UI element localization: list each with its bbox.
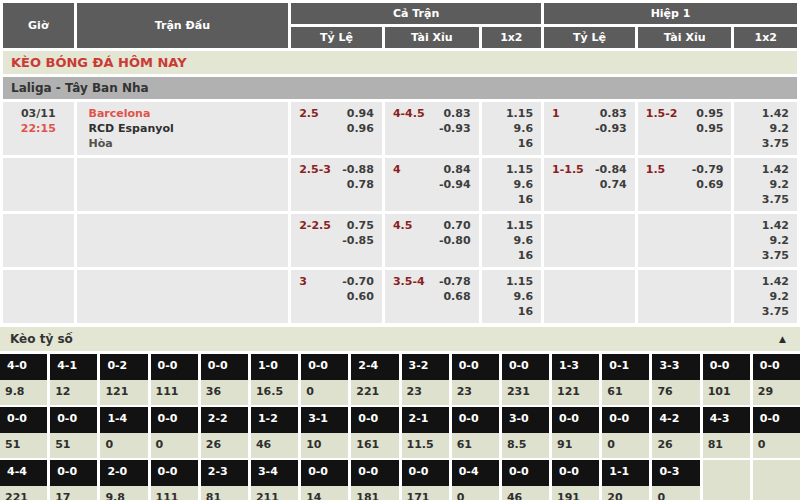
score-cell[interactable]: 0-036 bbox=[201, 354, 248, 405]
ft-overunder-cell[interactable]: 3.5-4 -0.78 0.68 bbox=[385, 270, 479, 323]
h1-1x2-draw[interactable]: 9.2 bbox=[770, 233, 790, 248]
ft-1x2-draw[interactable]: 9.6 bbox=[514, 233, 534, 248]
score-cell[interactable]: 0-0111 bbox=[151, 460, 198, 500]
ft-handicap-odds-away[interactable]: 0.78 bbox=[347, 177, 374, 192]
ft-over-odds[interactable]: 0.83 bbox=[443, 106, 470, 121]
score-cell[interactable]: 0-0111 bbox=[151, 354, 198, 405]
h1-overunder-cell[interactable]: 1.5-2 0.95 0.95 bbox=[638, 102, 732, 155]
ft-1x2-away[interactable]: 16 bbox=[518, 192, 533, 207]
ft-handicap-odds-away[interactable]: 0.96 bbox=[347, 121, 374, 136]
h1-handicap-odds-away[interactable]: -0.93 bbox=[595, 121, 627, 136]
score-cell[interactable]: 3-110 bbox=[301, 407, 348, 458]
collapse-arrow-icon[interactable]: ▲ bbox=[779, 334, 790, 344]
score-cell[interactable]: 4-381 bbox=[703, 407, 750, 458]
ft-handicap-cell[interactable]: 2-2.5 0.75 -0.85 bbox=[291, 214, 382, 267]
ft-handicap-odds-home[interactable]: -0.88 bbox=[342, 162, 374, 177]
ft-1x2-away[interactable]: 16 bbox=[518, 304, 533, 319]
score-cell[interactable]: 0-00 bbox=[602, 407, 649, 458]
score-cell[interactable]: 1-120 bbox=[602, 460, 649, 500]
score-cell[interactable]: 1-016.5 bbox=[251, 354, 298, 405]
score-cell[interactable]: 4-112 bbox=[50, 354, 97, 405]
ft-1x2-draw[interactable]: 9.6 bbox=[514, 177, 534, 192]
score-cell[interactable]: 2-381 bbox=[201, 460, 248, 500]
score-cell[interactable]: 0-0231 bbox=[502, 354, 549, 405]
h1-overunder-cell[interactable]: 1.5 -0.79 0.69 bbox=[638, 158, 732, 211]
h1-overunder-cell[interactable] bbox=[638, 214, 732, 267]
h1-1x2-home[interactable]: 1.42 bbox=[762, 106, 789, 121]
h1-1x2-away[interactable]: 3.75 bbox=[762, 192, 789, 207]
h1-1x2-cell[interactable]: 1.42 9.2 3.75 bbox=[734, 214, 797, 267]
ft-overunder-cell[interactable]: 4-4.5 0.83 -0.93 bbox=[385, 102, 479, 155]
score-cell[interactable]: 1-246 bbox=[251, 407, 298, 458]
score-cell[interactable]: 0-051 bbox=[50, 407, 97, 458]
score-cell[interactable]: 0-051 bbox=[0, 407, 47, 458]
h1-1x2-cell[interactable]: 1.42 9.2 3.75 bbox=[734, 102, 797, 155]
ft-1x2-home[interactable]: 1.15 bbox=[506, 274, 533, 289]
score-cell[interactable]: 3-376 bbox=[652, 354, 699, 405]
ft-under-odds[interactable]: -0.94 bbox=[439, 177, 471, 192]
score-cell[interactable]: 0-0171 bbox=[402, 460, 449, 500]
ft-under-odds[interactable]: -0.80 bbox=[439, 233, 471, 248]
h1-over-odds[interactable]: -0.79 bbox=[692, 162, 724, 177]
ft-1x2-draw[interactable]: 9.6 bbox=[514, 289, 534, 304]
score-cell[interactable]: 0-00 bbox=[151, 407, 198, 458]
ft-overunder-cell[interactable]: 4 0.84 -0.94 bbox=[385, 158, 479, 211]
h1-overunder-cell[interactable] bbox=[638, 270, 732, 323]
h1-1x2-draw[interactable]: 9.2 bbox=[770, 121, 790, 136]
score-cell[interactable]: 2-111.5 bbox=[402, 407, 449, 458]
score-cell[interactable]: 0-0191 bbox=[552, 460, 599, 500]
score-cell[interactable]: 0-40 bbox=[452, 460, 499, 500]
ft-1x2-home[interactable]: 1.15 bbox=[506, 162, 533, 177]
ft-overunder-cell[interactable]: 4.5 0.70 -0.80 bbox=[385, 214, 479, 267]
score-cell[interactable]: 0-0101 bbox=[703, 354, 750, 405]
score-cell[interactable]: 1-40 bbox=[100, 407, 147, 458]
ft-over-odds[interactable]: 0.84 bbox=[443, 162, 470, 177]
ft-1x2-away[interactable]: 16 bbox=[518, 248, 533, 263]
score-cell[interactable]: 2-4221 bbox=[351, 354, 398, 405]
ft-handicap-odds-home[interactable]: -0.70 bbox=[342, 274, 374, 289]
ft-handicap-odds-away[interactable]: -0.85 bbox=[342, 233, 374, 248]
h1-over-odds[interactable]: 0.95 bbox=[696, 106, 723, 121]
score-cell[interactable]: 0-023 bbox=[452, 354, 499, 405]
ft-handicap-cell[interactable]: 2.5-3 -0.88 0.78 bbox=[291, 158, 382, 211]
h1-handicap-odds-home[interactable]: 0.83 bbox=[600, 106, 627, 121]
score-cell[interactable]: 0-029 bbox=[753, 354, 800, 405]
score-cell[interactable]: 0-014 bbox=[301, 460, 348, 500]
h1-under-odds[interactable]: 0.69 bbox=[696, 177, 723, 192]
score-cell[interactable]: 1-3121 bbox=[552, 354, 599, 405]
h1-handicap-cell[interactable]: 1 0.83 -0.93 bbox=[544, 102, 635, 155]
ft-1x2-cell[interactable]: 1.15 9.6 16 bbox=[482, 270, 541, 323]
h1-1x2-away[interactable]: 3.75 bbox=[762, 248, 789, 263]
home-team[interactable]: Barcelona bbox=[85, 106, 281, 121]
score-cell[interactable]: 3-08.5 bbox=[502, 407, 549, 458]
score-cell[interactable]: 2-226 bbox=[201, 407, 248, 458]
away-team[interactable]: RCD Espanyol bbox=[85, 121, 281, 136]
ft-1x2-cell[interactable]: 1.15 9.6 16 bbox=[482, 158, 541, 211]
h1-1x2-home[interactable]: 1.42 bbox=[762, 162, 789, 177]
ft-1x2-home[interactable]: 1.15 bbox=[506, 106, 533, 121]
score-cell[interactable]: 3-4211 bbox=[251, 460, 298, 500]
score-cell[interactable]: 2-09.8 bbox=[100, 460, 147, 500]
score-cell[interactable]: 0-0181 bbox=[351, 460, 398, 500]
score-cell[interactable]: 4-09.8 bbox=[0, 354, 47, 405]
ft-over-odds[interactable]: -0.78 bbox=[439, 274, 471, 289]
ft-1x2-cell[interactable]: 1.15 9.6 16 bbox=[482, 102, 541, 155]
ft-handicap-odds-home[interactable]: 0.94 bbox=[347, 106, 374, 121]
score-cell[interactable]: 0-091 bbox=[552, 407, 599, 458]
h1-handicap-cell[interactable] bbox=[544, 214, 635, 267]
score-cell[interactable]: 0-0161 bbox=[351, 407, 398, 458]
ft-1x2-draw[interactable]: 9.6 bbox=[514, 121, 534, 136]
score-cell[interactable]: 4-4221 bbox=[0, 460, 47, 500]
h1-handicap-cell[interactable]: 1-1.5 -0.84 0.74 bbox=[544, 158, 635, 211]
score-cell[interactable]: 0-00 bbox=[753, 407, 800, 458]
h1-handicap-odds-away[interactable]: 0.74 bbox=[600, 177, 627, 192]
ft-under-odds[interactable]: -0.93 bbox=[439, 121, 471, 136]
ft-over-odds[interactable]: 0.70 bbox=[443, 218, 470, 233]
score-cell[interactable]: 0-061 bbox=[452, 407, 499, 458]
ft-handicap-cell[interactable]: 2.5 0.94 0.96 bbox=[291, 102, 382, 155]
ft-1x2-home[interactable]: 1.15 bbox=[506, 218, 533, 233]
score-cell[interactable]: 0-00 bbox=[301, 354, 348, 405]
ft-1x2-away[interactable]: 16 bbox=[518, 136, 533, 151]
h1-handicap-odds-home[interactable]: -0.84 bbox=[595, 162, 627, 177]
h1-1x2-home[interactable]: 1.42 bbox=[762, 274, 789, 289]
